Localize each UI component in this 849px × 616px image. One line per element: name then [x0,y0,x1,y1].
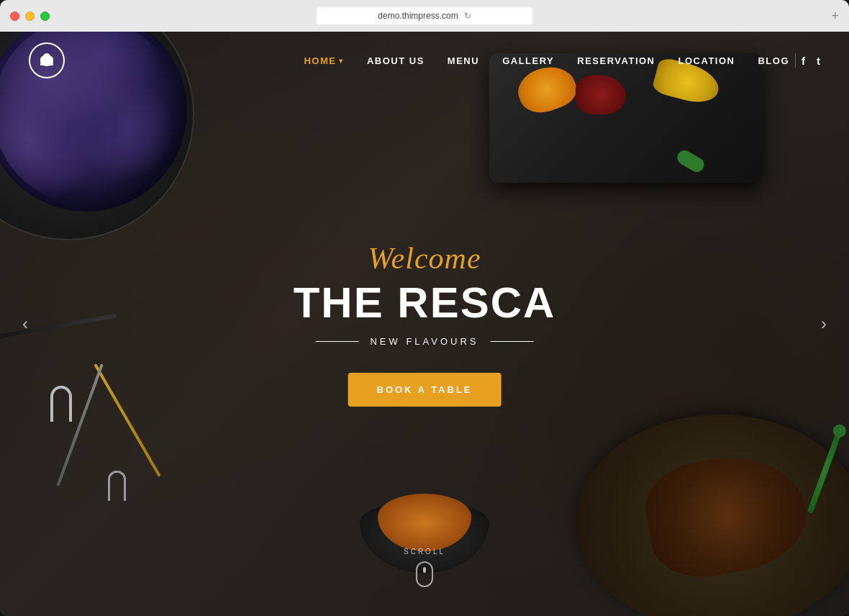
book-table-button[interactable]: BOOK A TABLE [348,373,501,407]
nav-item-home[interactable]: HOME ▾ [304,55,344,66]
food-item-green [675,148,707,174]
facebook-link[interactable]: f [802,55,805,67]
close-button[interactable] [10,12,19,21]
nav-item-about[interactable]: ABOUT US [367,54,424,67]
mac-window-buttons [10,12,50,21]
reload-icon[interactable]: ↻ [464,11,471,21]
address-bar[interactable]: demo.thimpress.com ↻ [317,7,532,24]
subtitle-line-right [491,341,534,342]
prev-arrow-icon: ‹ [22,314,28,334]
hero-background: HOME ▾ ABOUT US MENU GALLERY RESERVAT [0,32,849,616]
page-content: HOME ▾ ABOUT US MENU GALLERY RESERVAT [0,32,849,616]
maximize-button[interactable] [40,12,50,21]
compass-arm-silver [57,363,104,486]
paperclip-1 [50,386,72,422]
scroll-indicator: SCROLL [404,548,445,587]
nav-item-reservation[interactable]: RESERVATION [577,54,655,67]
nav-reservation-label: RESERVATION [577,55,655,66]
home-chevron-icon: ▾ [339,57,344,65]
slider-prev-button[interactable]: ‹ [11,309,40,338]
svg-rect-4 [40,63,53,65]
nav-about-label: ABOUT US [367,55,424,66]
paperclip-2 [108,471,126,501]
slider-next-button[interactable]: › [809,309,838,338]
logo[interactable] [29,42,65,78]
hero-subtitle: NEW FLAVOURS [294,336,556,347]
compass-arm-gold [94,363,160,477]
hero-content: Welcome THE RESCA NEW FLAVOURS BOOK A TA… [294,241,556,407]
next-arrow-icon: › [821,314,827,334]
nav-item-gallery[interactable]: GALLERY [502,54,554,67]
url-text: demo.thimpress.com [378,11,458,21]
nav-item-menu[interactable]: MENU [448,54,479,67]
chef-hat-icon [37,50,57,71]
nav-item-blog[interactable]: BLOG [758,54,789,67]
nav-item-location[interactable]: LOCATION [678,54,735,67]
logo-icon [29,42,65,78]
browser-window: demo.thimpress.com ↻ + [0,0,849,616]
minimize-button[interactable] [25,12,35,21]
nav-gallery-label: GALLERY [502,55,554,66]
nav-location-label: LOCATION [678,55,735,66]
new-tab-button[interactable]: + [831,9,839,24]
nav-blog-label: BLOG [758,55,789,66]
subtitle-text: NEW FLAVOURS [370,336,478,347]
subtitle-line-left [315,341,358,342]
nav-social-links: f t [802,55,820,67]
svg-point-2 [40,56,46,63]
mac-titlebar: demo.thimpress.com ↻ + [0,0,849,32]
hero-welcome-text: Welcome [294,241,556,276]
nav-divider [795,53,796,68]
scroll-mouse-icon [416,561,433,587]
nav-menu-label: MENU [448,55,479,66]
nav-links: HOME ▾ ABOUT US MENU GALLERY RESERVAT [304,54,789,67]
tools-decoration [36,328,252,544]
navigation: HOME ▾ ABOUT US MENU GALLERY RESERVAT [0,32,849,89]
hero-title: THE RESCA [294,281,556,325]
nav-home-label: HOME [304,55,336,66]
food-steak-area [561,400,849,616]
svg-point-3 [47,56,53,63]
twitter-link[interactable]: t [817,55,820,67]
scroll-label: SCROLL [404,548,445,556]
